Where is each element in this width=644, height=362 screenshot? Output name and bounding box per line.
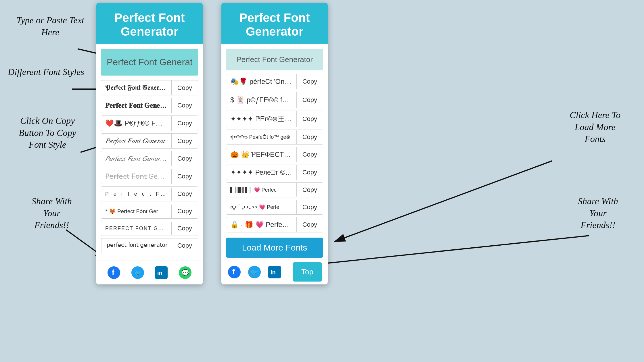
font-text: ɹoʇɐɹǝuǝƃ ʇuoɟ ʇɔǝɟɹǝd (101, 239, 172, 253)
font-text: 🎭🌹 pèrfeCt 'Ont gEN (226, 74, 297, 89)
copy-button[interactable]: Copy (297, 165, 323, 180)
annotation-diff-fonts: Different Font Styles (4, 66, 88, 78)
copy-button[interactable]: Copy (297, 200, 323, 214)
phone-right-footer: f 🐦 in Top (221, 259, 328, 284)
svg-text:in: in (157, 270, 162, 276)
load-more-button[interactable]: Load More Fonts (226, 238, 323, 258)
annotation-type-paste: Type or Paste Text Here (9, 14, 92, 38)
copy-button[interactable]: Copy (172, 151, 198, 166)
facebook-icon-right[interactable]: f (227, 265, 241, 279)
svg-text:💬: 💬 (181, 269, 189, 277)
svg-line-5 (335, 161, 552, 241)
font-text: P e r f e c t F o n t (101, 188, 172, 201)
font-text: 𝘗𝘦𝘳𝘧𝘦𝘤𝘵 𝘍𝘰𝘯𝘵 𝘎𝘦𝘯𝘦𝘳𝘢𝘵𝘰 (101, 151, 172, 166)
phone-left-title: Perfect Font Generator (102, 11, 197, 38)
copy-button[interactable]: Copy (172, 98, 198, 113)
font-text: 🔒 · 🎁 💗 Perfect Fe (226, 217, 297, 232)
text-input-left[interactable] (101, 49, 198, 76)
linkedin-icon[interactable]: in (154, 265, 168, 280)
font-text: 🎃 👑 ƤEFФECT ƒÔNt ℊ (226, 147, 297, 162)
copy-button[interactable]: Copy (297, 147, 323, 162)
font-text: 𝑃𝑒𝑟𝑓𝑒𝑐𝑡 𝐹𝑜𝑛𝑡 𝐺𝑒𝑛𝑒𝑟𝑎𝑡 (101, 134, 172, 148)
font-row: P e r f e c t F o n t Copy (101, 186, 198, 201)
copy-button[interactable]: Copy (172, 116, 198, 130)
twitter-icon-right[interactable]: 🐦 (247, 265, 262, 279)
copy-button[interactable]: Copy (172, 81, 198, 95)
copy-button[interactable]: Copy (297, 93, 323, 107)
font-row: 𝔓𝔢𝔯𝔣𝔢𝔠𝔱 𝔉𝔬𝔫𝔱 𝔊𝔢𝔫𝔢𝔯𝔞𝔱𝔬𝔯 Copy (101, 80, 198, 95)
annotation-click-copy: Click On CopyButton To CopyFont Style (6, 115, 89, 151)
font-text: $ 🃏 p©ƒFE©© foŇt ℊ돌 (226, 92, 297, 108)
copy-button[interactable]: Copy (297, 183, 323, 197)
annotation-click-load: Click Here ToLoad MoreFonts (552, 109, 638, 145)
font-row: •|••°•°•» PeяfeȮt fo™ ge⊗ Copy (226, 130, 323, 145)
phone-right-header: Perfect Font Generator (221, 3, 328, 44)
font-row: ✦✦✦✦ Реяe□т ©ON̈ Copy (226, 165, 323, 180)
copy-button[interactable]: Copy (297, 130, 323, 144)
phone-left-body: 𝔓𝔢𝔯𝔣𝔢𝔠𝔱 𝔉𝔬𝔫𝔱 𝔊𝔢𝔫𝔢𝔯𝔞𝔱𝔬𝔯 Copy 𝐏𝐞𝐫𝐟𝐞𝐜𝐭 𝐅𝐨𝐧𝐭… (96, 44, 203, 261)
svg-text:f: f (232, 267, 235, 276)
phone-left: Perfect Font Generator 𝔓𝔢𝔯𝔣𝔢𝔠𝔱 𝔉𝔬𝔫𝔱 𝔊𝔢𝔫𝔢… (96, 3, 203, 284)
copy-button[interactable]: Copy (172, 221, 198, 236)
font-text: •|••°•°•» PeяfeȮt fo™ ge⊗ (226, 130, 297, 144)
font-text: ✦✦✦✦ ℙEr©⊛王 亍c (226, 111, 297, 127)
font-row: 𝑃𝑒𝑟𝑓𝑒𝑐𝑡 𝐹𝑜𝑛𝑡 𝐺𝑒𝑛𝑒𝑟𝑎𝑡 Copy (101, 133, 198, 149)
svg-text:in: in (271, 269, 276, 276)
phone-right-body: Perfect Font Generator 🎭🌹 pèrfeCt 'Ont g… (221, 44, 328, 259)
phone-left-footer: f 🐦 in 💬 (96, 261, 203, 284)
font-row: ✦✦✦✦ ℙEr©⊛王 亍c Copy (226, 111, 323, 127)
font-row: ɹoʇɐɹǝuǝƃ ʇuoɟ ʇɔǝɟɹǝd Copy (101, 238, 198, 253)
font-row: ▌║█║▌║ 💗 Perfec Copy (226, 182, 323, 197)
font-text: 𝐏𝐞𝐫𝐟𝐞𝐜𝐭 𝐅𝐨𝐧𝐭 𝐆𝐞𝐧𝐞𝐫𝐚𝐭𝐨𝐫 (101, 98, 172, 113)
phone-right-title: Perfect Font Generator (227, 11, 322, 38)
copy-button[interactable]: Copy (172, 169, 198, 184)
font-row: * 🦊 Perfect Fȯnt Ger Copy (101, 204, 198, 219)
font-text: * 🦊 Perfect Fȯnt Ger (101, 205, 172, 218)
facebook-icon[interactable]: f (107, 265, 121, 280)
font-row: 𝘗𝘦𝘳𝘧𝘦𝘤𝘵 𝘍𝘰𝘯𝘵 𝘎𝘦𝘯𝘦𝘳𝘢𝘵𝘰 Copy (101, 151, 198, 166)
svg-text:f: f (112, 268, 114, 277)
annotation-share-right: Share WithYourFriends!! (561, 195, 635, 231)
phone-left-header: Perfect Font Generator (96, 3, 203, 44)
font-row: 🔒 · 🎁 💗 Perfect Fe Copy (226, 217, 323, 232)
linkedin-icon-right[interactable]: in (267, 265, 282, 279)
font-text: P̶e̶r̶f̶e̶c̶t̶ F̶o̶n̶t̶ Generator (101, 169, 172, 184)
font-row: 🎃 👑 ƤEFФECT ƒÔNt ℊ Copy (226, 147, 323, 162)
social-icons-right: f 🐦 in (227, 265, 282, 279)
font-text: ▌║█║▌║ 💗 Perfec (226, 183, 297, 197)
font-text: 𝔓𝔢𝔯𝔣𝔢𝔠𝔱 𝔉𝔬𝔫𝔱 𝔊𝔢𝔫𝔢𝔯𝔞𝔱𝔬𝔯 (101, 80, 172, 95)
top-button[interactable]: Top (293, 262, 322, 282)
copy-button[interactable]: Copy (297, 217, 323, 232)
copy-button[interactable]: Copy (172, 238, 198, 253)
twitter-icon[interactable]: 🐦 (131, 265, 145, 280)
input-display-right: Perfect Font Generator (226, 49, 323, 70)
copy-button[interactable]: Copy (297, 112, 323, 126)
font-text: ✦✦✦✦ Реяe□т ©ON̈ (226, 165, 297, 180)
font-row: ¤„•⌒„•.•..>> 💗 Perfe Copy (226, 200, 323, 215)
copy-button[interactable]: Copy (172, 134, 198, 148)
font-row: 𝐏𝐞𝐫𝐟𝐞𝐜𝐭 𝐅𝐨𝐧𝐭 𝐆𝐞𝐧𝐞𝐫𝐚𝐭𝐨𝐫 Copy (101, 98, 198, 113)
annotation-share-left: Share WithYourFriends!! (17, 195, 86, 231)
font-row: $ 🃏 p©ƒFE©© foŇt ℊ돌 Copy (226, 92, 323, 108)
font-row: P̶e̶r̶f̶e̶c̶t̶ F̶o̶n̶t̶ Generator Copy (101, 169, 198, 184)
copy-button[interactable]: Copy (172, 204, 198, 218)
font-row: PERFECT FONT GENERATOR Copy (101, 221, 198, 236)
svg-line-6 (316, 236, 589, 264)
font-row: 🎭🌹 pèrfeCt 'Ont gEN Copy (226, 74, 323, 89)
font-row: ❤️🎩 P€ƒƒ€© FOn© gɛ Copy (101, 115, 198, 131)
font-text: ¤„•⌒„•.•..>> 💗 Perfe (226, 200, 297, 214)
font-text: ❤️🎩 P€ƒƒ€© FOn© gɛ (101, 116, 172, 131)
whatsapp-icon[interactable]: 💬 (178, 265, 192, 280)
copy-button[interactable]: Copy (297, 74, 323, 89)
font-text: PERFECT FONT GENERATOR (101, 222, 172, 235)
copy-button[interactable]: Copy (172, 187, 198, 201)
svg-text:🐦: 🐦 (250, 268, 258, 276)
phone-right: Perfect Font Generator Perfect Font Gene… (221, 3, 328, 284)
svg-text:🐦: 🐦 (134, 269, 142, 277)
